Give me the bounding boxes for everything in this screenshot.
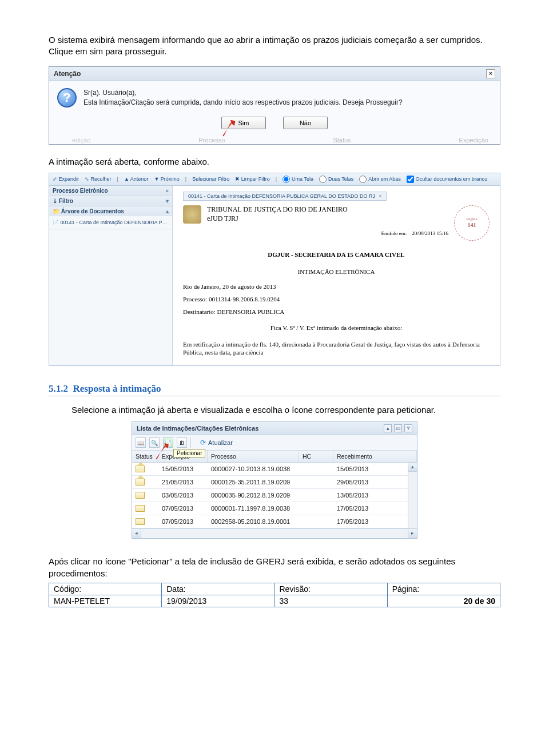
expand-button[interactable]: ⤢ Expandir bbox=[53, 176, 79, 182]
minimize-icon[interactable]: ▭ bbox=[394, 424, 402, 432]
document-secretary: DGJUR - SECRETARIA DA 15 CAMARA CIVEL bbox=[183, 251, 490, 258]
col-recebimento[interactable]: Recebimento bbox=[333, 451, 417, 462]
hc-cell bbox=[299, 506, 333, 511]
clear-filter-button[interactable]: ✖ Limpar Filtro bbox=[235, 176, 270, 182]
sidebar-panel-tree[interactable]: 📁 Árvore de Documentos▴ bbox=[49, 206, 172, 216]
table-row[interactable]: 21/05/20130000125-35.2011.8.19.020929/05… bbox=[132, 476, 417, 489]
table-row[interactable]: 03/05/20130000035-90.2012.8.19.020913/05… bbox=[132, 489, 417, 502]
col-status[interactable]: Status bbox=[132, 451, 158, 462]
hc-cell bbox=[299, 519, 333, 524]
hide-blank-checkbox[interactable]: Ocultar documentos em branco bbox=[407, 176, 488, 183]
processo-cell: 0000001-71.1997.8.19.0038 bbox=[208, 502, 299, 515]
close-icon[interactable]: × bbox=[486, 69, 495, 78]
envelope-open-icon bbox=[136, 465, 145, 472]
attention-dialog: Atenção × ? Sr(a). Usuário(a), Esta Inti… bbox=[49, 66, 500, 145]
collapse-up-icon[interactable]: ▴ bbox=[384, 424, 392, 432]
peticionar-icon[interactable]: 📄 bbox=[163, 437, 173, 448]
dialog-titlebar: Atenção × bbox=[49, 67, 500, 81]
two-screens-radio[interactable]: Duas Telas bbox=[319, 176, 353, 183]
hc-cell bbox=[299, 492, 333, 498]
tree-item[interactable]: 00141 - Carta de Intimação DEFENSORIA PU… bbox=[53, 218, 169, 226]
col-processo[interactable]: Processo bbox=[208, 451, 299, 462]
envelope-closed-icon bbox=[136, 505, 145, 512]
refresh-button[interactable]: ⟳Atualizar bbox=[200, 439, 233, 447]
footer-info-table: Código: Data: Revisão: Página: MAN-PETEL… bbox=[49, 583, 500, 607]
document-fica: Fica V. Sª / V. Exª intimado da determin… bbox=[183, 324, 490, 331]
view-icon[interactable]: 📖 bbox=[136, 437, 146, 448]
sidebar-panel-filter[interactable]: ⇣ Filtro▾ bbox=[49, 196, 172, 206]
help-icon[interactable]: ? bbox=[404, 424, 412, 432]
yes-button[interactable]: Sim bbox=[221, 117, 266, 129]
table-row[interactable]: 07/05/20130002958-05.2010.8.19.000117/05… bbox=[132, 515, 417, 528]
recebimento-cell: 29/05/2013 bbox=[333, 476, 417, 488]
calendar-icon[interactable]: 🗓 bbox=[177, 437, 187, 448]
dialog-message: Sr(a). Usuário(a), Esta Intimação/Citaçã… bbox=[83, 88, 403, 108]
document-content: 00141 - Carta de Intimação DEFENSORIA PU… bbox=[173, 186, 500, 366]
section-heading: 5.1.2 Resposta à intimação bbox=[49, 383, 500, 396]
scroll-left-icon[interactable]: ◂ bbox=[132, 529, 141, 538]
panel-title: Lista de Intimações/Citações Eletrônicas bbox=[137, 425, 258, 432]
one-screen-radio[interactable]: Uma Tela bbox=[283, 176, 313, 183]
intro-paragraph: O sistema exibirá mensagem informando qu… bbox=[49, 34, 500, 58]
scroll-up-icon[interactable]: ▴ bbox=[408, 463, 417, 472]
status-cell bbox=[132, 502, 158, 515]
col-hc[interactable]: HC bbox=[299, 451, 333, 462]
recebimento-cell: 17/05/2013 bbox=[333, 515, 417, 528]
select-filter-button[interactable]: Selecionar Filtro bbox=[192, 176, 229, 182]
expedicao-cell: 03/05/2013 bbox=[158, 489, 208, 502]
recebimento-cell: 13/05/2013 bbox=[333, 489, 417, 502]
document-tab[interactable]: 00141 - Carta de Intimação DEFENSORIA PU… bbox=[183, 192, 387, 201]
panel-header: Lista de Intimações/Citações Eletrônicas… bbox=[132, 422, 417, 435]
emitted-on-label: Emitido em: 20/08/2013 15:16 bbox=[381, 230, 448, 236]
next-button[interactable]: ▼ Próximo bbox=[154, 176, 179, 182]
ghost-col: Status bbox=[333, 137, 351, 144]
ghost-background-row: edição Processo Status Expedição bbox=[49, 136, 500, 144]
processo-cell: 0002958-05.2010.8.19.0001 bbox=[208, 515, 299, 528]
search-doc-icon[interactable]: 🔍 bbox=[149, 437, 160, 448]
page-stamp-icon: Página 141 bbox=[454, 205, 490, 241]
table-row[interactable]: 07/05/20130000001-71.1997.8.19.003817/05… bbox=[132, 502, 417, 515]
viewer-sidebar: Processo Eletrônico« ⇣ Filtro▾ 📁 Árvore … bbox=[49, 186, 173, 366]
sidebar-panel-process[interactable]: Processo Eletrônico« bbox=[49, 186, 172, 196]
recebimento-cell: 15/05/2013 bbox=[333, 463, 417, 475]
list-toolbar: 📖 🔍 📄 🗓 ⟳Atualizar Peticionar bbox=[132, 435, 417, 451]
scrollbar-track[interactable] bbox=[408, 472, 417, 528]
envelope-open-icon bbox=[136, 479, 145, 486]
ghost-col: Processo bbox=[198, 137, 225, 144]
document-meta: Rio de Janeiro, 20 de agosto de 2013 Pro… bbox=[183, 283, 490, 315]
ghost-col: edição bbox=[72, 137, 90, 144]
horizontal-scrollbar[interactable]: ◂ ▸ bbox=[132, 528, 417, 538]
expedicao-cell: 21/05/2013 bbox=[158, 476, 208, 488]
footer-code-value: MAN-PETELET bbox=[49, 595, 162, 607]
expedicao-cell: 07/05/2013 bbox=[158, 502, 208, 515]
status-cell bbox=[132, 489, 158, 502]
scroll-right-icon[interactable]: ▸ bbox=[408, 529, 417, 538]
footer-page-label: Página: bbox=[387, 583, 500, 595]
dialog-title-text: Atenção bbox=[54, 70, 81, 78]
envelope-closed-icon bbox=[136, 492, 145, 499]
document-viewer: ⤢ Expandir ⤡ Recolher | ▲ Anterior ▼ Pró… bbox=[49, 173, 500, 367]
collapse-button[interactable]: ⤡ Recolher bbox=[85, 176, 112, 182]
document-header-title: TRIBUNAL DE JUSTIÇA DO RIO DE JANEIRO eJ… bbox=[207, 205, 348, 223]
close-tab-icon[interactable]: × bbox=[379, 193, 381, 199]
prev-button[interactable]: ▲ Anterior bbox=[124, 176, 148, 182]
paragraph-4: Após clicar no ícone "Peticionar" a tela… bbox=[49, 556, 500, 579]
table-row[interactable]: 15/05/20130000027-10.2013.8.19.003815/05… bbox=[132, 463, 417, 476]
footer-code-label: Código: bbox=[49, 583, 162, 595]
ghost-col: Expedição bbox=[459, 137, 488, 144]
document-body-text: Em retificação a intimação de fls. 140, … bbox=[183, 340, 490, 357]
tabs-radio[interactable]: Abrir em Abas bbox=[359, 176, 401, 183]
dialog-body: ? Sr(a). Usuário(a), Esta Intimação/Cita… bbox=[49, 81, 500, 114]
dialog-greeting: Sr(a). Usuário(a), bbox=[83, 88, 403, 98]
viewer-toolbar: ⤢ Expandir ⤡ Recolher | ▲ Anterior ▼ Pró… bbox=[49, 173, 500, 186]
status-cell bbox=[132, 463, 158, 475]
hc-cell bbox=[299, 479, 333, 485]
status-cell bbox=[132, 476, 158, 488]
expedicao-cell: 07/05/2013 bbox=[158, 515, 208, 528]
dialog-text-line: Esta Intimação/Citação será cumprida, da… bbox=[83, 98, 403, 108]
processo-cell: 0000125-35.2011.8.19.0209 bbox=[208, 476, 299, 488]
no-button[interactable]: Não bbox=[283, 117, 328, 129]
status-cell bbox=[132, 515, 158, 528]
expedicao-cell: 15/05/2013 bbox=[158, 463, 208, 475]
footer-rev-value: 33 bbox=[274, 595, 387, 607]
